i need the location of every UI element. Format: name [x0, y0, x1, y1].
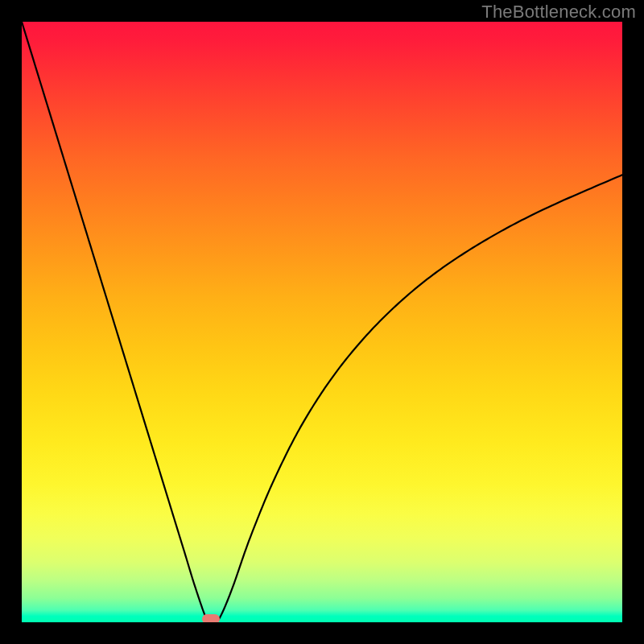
watermark-text: TheBottleneck.com: [481, 2, 636, 23]
chart-frame: TheBottleneck.com: [0, 0, 644, 644]
bottleneck-curve: [22, 22, 622, 622]
plot-area: [22, 22, 622, 622]
optimal-point-marker: [202, 614, 220, 622]
